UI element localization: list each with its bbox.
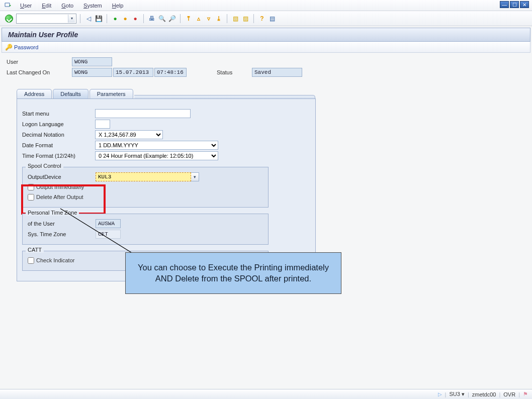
menu-user[interactable]: User: [15, 2, 37, 10]
save-icon[interactable]: 💾: [94, 14, 103, 23]
sys-timezone-field: CET: [96, 230, 121, 239]
output-device-input[interactable]: [96, 172, 191, 181]
sys-timezone-label: Sys. Time Zone: [28, 231, 96, 237]
prev-page-icon[interactable]: ▵: [194, 14, 203, 23]
annotation-callout: You can choose to Execute the Printing i…: [125, 252, 341, 294]
start-menu-label: Start menu: [22, 111, 95, 117]
tab-filler: [134, 95, 315, 98]
status-triangle-icon: ▷: [438, 391, 442, 397]
catt-title: CATT: [26, 247, 44, 253]
next-page-icon[interactable]: ▿: [204, 14, 213, 23]
personal-time-zone-title: Personal Time Zone: [26, 210, 79, 216]
print-icon[interactable]: 🖶: [147, 14, 156, 23]
delete-after-output-checkbox[interactable]: [28, 194, 34, 201]
new-session-icon[interactable]: ▧: [231, 14, 240, 23]
statusbar: ▷ | SU3 ▾ | zmetdc00 | OVR | ⚑: [0, 389, 532, 399]
user-field: WONG: [72, 57, 112, 66]
decimal-notation-select[interactable]: X 1,234,567.89: [95, 130, 163, 139]
check-indicator-checkbox[interactable]: [28, 257, 34, 264]
menu-edit[interactable]: Edit: [37, 2, 56, 10]
status-flag-icon: ⚑: [523, 391, 528, 397]
exit-button[interactable]: ●: [121, 14, 130, 23]
back-icon[interactable]: ◁: [84, 14, 93, 23]
close-button[interactable]: ✕: [520, 1, 529, 8]
minimize-button[interactable]: —: [500, 1, 509, 8]
menu-system[interactable]: System: [78, 2, 107, 10]
last-changed-by: WONG: [72, 68, 112, 77]
content-area: User WONG Last Changed On WONG 15.07.201…: [2, 57, 530, 281]
menubar: User Edit Goto System Help: [0, 0, 532, 11]
personal-time-zone-group: Personal Time Zone of the User AUSWA Sys…: [22, 214, 269, 245]
cancel-button[interactable]: ●: [131, 14, 140, 23]
output-immediately-checkbox[interactable]: [28, 184, 34, 190]
status-mode: OVR: [503, 391, 515, 397]
last-changed-time: 07:48:16: [154, 68, 187, 77]
app-toolbar: 🔑 Password: [2, 42, 530, 53]
delete-after-output-label: Delete After Output: [36, 194, 83, 200]
command-field[interactable]: ▾: [16, 14, 76, 24]
window-controls: — ☐ ✕: [500, 1, 529, 8]
help-icon[interactable]: ?: [257, 14, 267, 23]
time-format-select[interactable]: 0 24 Hour Format (Example: 12:05:10): [95, 151, 218, 160]
menu-indicator-icon: [4, 2, 12, 10]
status-field: Saved: [252, 68, 302, 77]
tab-defaults[interactable]: Defaults: [53, 89, 88, 98]
start-menu-input[interactable]: [95, 109, 191, 118]
menu-help[interactable]: Help: [107, 2, 129, 10]
find-icon[interactable]: 🔍: [157, 14, 166, 23]
output-device-f4-icon[interactable]: ▾: [191, 172, 199, 181]
tab-address[interactable]: Address: [17, 89, 52, 98]
last-changed-label: Last Changed On: [7, 69, 72, 75]
enter-button[interactable]: [5, 15, 13, 23]
last-changed-date: 15.07.2013: [113, 68, 153, 77]
output-immediately-label: Output Immediately: [36, 184, 84, 190]
status-label: Status: [217, 69, 252, 75]
spool-control-group: Spool Control OutputDevice ▾ Output Imme…: [22, 167, 269, 208]
user-timezone-field[interactable]: AUSWA: [96, 219, 121, 228]
time-format-label: Time Format (12/24h): [22, 153, 95, 159]
find-next-icon[interactable]: 🔎: [167, 14, 176, 23]
user-timezone-label: of the User: [28, 221, 96, 227]
back-button[interactable]: ●: [111, 14, 120, 23]
status-tcode: SU3 ▾: [449, 391, 464, 397]
page-title: Maintain User Profile: [2, 28, 530, 42]
last-page-icon[interactable]: ⤓: [214, 14, 223, 23]
spool-control-title: Spool Control: [26, 163, 63, 169]
date-format-label: Date Format: [22, 142, 95, 148]
password-link[interactable]: Password: [14, 44, 38, 50]
menu-goto[interactable]: Goto: [56, 2, 78, 10]
user-label: User: [7, 59, 72, 65]
check-indicator-label: Check Indicator: [36, 257, 74, 263]
shortcut-icon[interactable]: ▨: [241, 14, 250, 23]
output-device-label: OutputDevice: [28, 174, 96, 180]
maximize-button[interactable]: ☐: [510, 1, 519, 8]
layout-icon[interactable]: ▤: [268, 14, 277, 23]
status-system: zmetdc00: [472, 391, 496, 397]
decimal-notation-label: Decimal Notation: [22, 132, 95, 138]
logon-language-input[interactable]: [95, 120, 110, 129]
tab-parameters[interactable]: Parameters: [90, 89, 133, 98]
date-format-select[interactable]: 1 DD.MM.YYYY: [95, 141, 218, 150]
logon-language-label: Logon Language: [22, 121, 95, 127]
chevron-down-icon: ▾: [68, 15, 75, 23]
first-page-icon[interactable]: ⤒: [184, 14, 193, 23]
standard-toolbar: ▾ ◁ 💾 ● ● ● 🖶 🔍 🔎 ⤒ ▵ ▿ ⤓ ▧ ▨ ? ▤: [0, 11, 532, 26]
key-icon: 🔑: [5, 44, 12, 51]
